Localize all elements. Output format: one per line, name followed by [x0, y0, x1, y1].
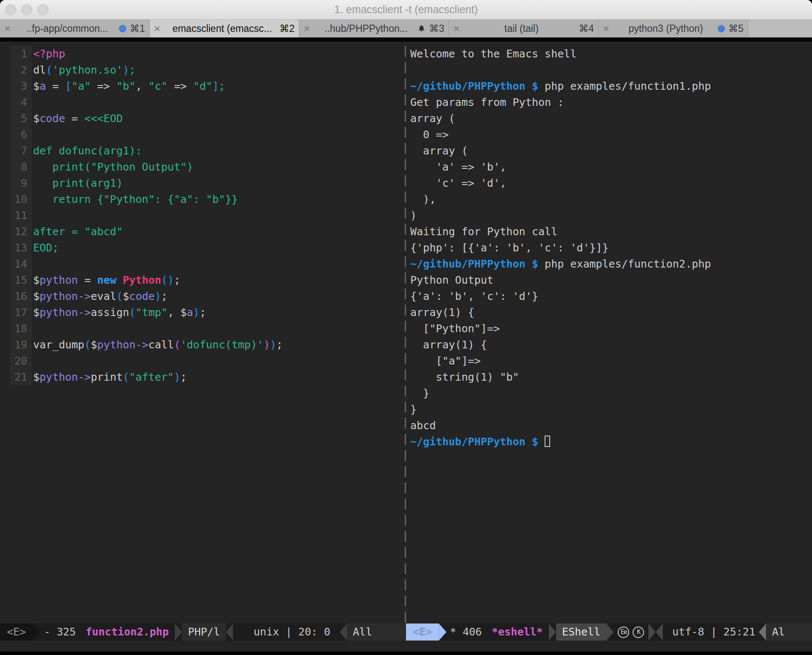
code-token: EOD; — [33, 242, 59, 254]
code-token — [116, 274, 123, 286]
code-token: -> — [78, 306, 91, 319]
powerline-separator — [226, 624, 233, 641]
line-number: 16 — [10, 288, 32, 305]
code-line: 20 — [0, 353, 405, 369]
line-number: 9 — [10, 175, 32, 191]
code-line: 9 print(arg1) — [0, 175, 405, 191]
line-number: 12 — [10, 224, 32, 240]
code-token: "c" — [148, 80, 168, 92]
code-token: ; — [199, 306, 206, 319]
zoom-window-button[interactable] — [37, 4, 48, 15]
code-token: ) — [123, 64, 129, 76]
code-token: python — [40, 306, 78, 319]
code-text — [32, 96, 33, 108]
code-line: 4 — [0, 94, 405, 111]
terminal-tab-1[interactable]: ×..fp-app/common...⌘1 — [0, 20, 150, 37]
editor-buffer-name: function2.php — [85, 624, 169, 641]
code-line: 19var_dump($python->call('dofunc(tmp)'))… — [0, 337, 405, 353]
line-number: 7 — [10, 143, 32, 159]
close-tab-icon[interactable]: × — [304, 20, 316, 37]
code-token: $ — [33, 290, 40, 302]
shell-line: {'php': [{'a': 'b', 'c': 'd'}]} — [410, 240, 812, 256]
tab-bar: ×..fp-app/common...⌘1×emacsclient (emacs… — [0, 20, 812, 37]
code-token: ( — [129, 306, 136, 319]
eshell-pane[interactable]: Welcome to the Emacs shell~/github/PHPPy… — [406, 42, 812, 624]
editor-scroll-indicator: All — [347, 624, 406, 641]
code-token: 'dofunc(tmp)' — [180, 339, 264, 351]
code-text: $code = <<<EOD — [32, 112, 123, 125]
shell-line: 'a' => 'b', — [410, 159, 812, 175]
code-token: ~/github/PHPPython $ — [410, 258, 538, 270]
terminal-tab-3[interactable]: ×..hub/PHPPython...⌘3 — [299, 20, 449, 37]
editor-pane[interactable]: 1<?php2dl('python.so');3$a = ["a" => "b"… — [0, 42, 405, 624]
code-token: string(1) "b" — [410, 371, 519, 383]
traffic-lights — [5, 4, 48, 15]
code-token: $ — [33, 112, 40, 125]
tab-bar-shadow — [0, 37, 812, 42]
code-token: php examples/function2.php — [538, 258, 711, 270]
code-token: 'a' => 'b', — [410, 161, 506, 173]
editor-major-mode: PHP/l — [182, 624, 226, 641]
code-text: var_dump($python->call('dofunc(tmp)')); — [32, 339, 283, 351]
close-tab-icon[interactable]: × — [154, 20, 167, 37]
code-token: Python Output — [410, 274, 494, 286]
code-token: return {"Python": {"a": "b"}} — [33, 193, 238, 205]
tab-bar-filler — [748, 20, 812, 37]
close-tab-icon[interactable]: × — [603, 20, 616, 37]
code-line: 3$a = ["a" => "b", "c" => "d"]; — [0, 78, 405, 94]
line-number: 15 — [10, 272, 32, 288]
code-text: print(arg1) — [32, 177, 123, 189]
code-line: 12after = "abcd" — [0, 224, 405, 240]
tab-indicators: ⌘5 — [718, 23, 744, 34]
code-token: array(1) { — [410, 339, 487, 351]
terminal-tab-2[interactable]: ×emacsclient (emacsc...⌘2 — [150, 20, 299, 37]
line-number: 20 — [10, 353, 32, 369]
code-text: <?php — [32, 48, 65, 60]
code-token: , — [136, 80, 148, 92]
tab-indicators: ⌘1 — [119, 23, 145, 34]
terminal-tab-4[interactable]: ×tail (tail)⌘4 — [449, 20, 599, 37]
code-token: array ( — [410, 145, 468, 157]
code-line: 8 print("Python Output") — [0, 159, 405, 175]
code-token: => — [91, 80, 116, 92]
code-token: python — [97, 339, 136, 351]
line-number: 13 — [10, 240, 32, 256]
shell-line: Welcome to the Emacs shell — [410, 46, 812, 62]
code-token: ; — [180, 371, 187, 383]
shell-line: abcd — [410, 418, 812, 434]
echo-area[interactable] — [0, 641, 812, 652]
close-window-button[interactable] — [5, 4, 16, 15]
code-token: new — [97, 274, 116, 286]
shell-line: } — [410, 402, 812, 418]
shell-line: ), — [410, 191, 812, 208]
code-line: 7def dofunc(arg1): — [0, 143, 405, 159]
eshell-scroll-indicator: Al — [766, 624, 812, 641]
session-activity-dot — [119, 25, 126, 32]
code-token: [ — [65, 80, 71, 92]
code-line: 5$code = <<<EOD — [0, 111, 405, 127]
code-text: dl('python.so'); — [32, 64, 136, 76]
terminal-window: 1. emacsclient -t (emacsclient) ×..fp-ap… — [0, 0, 812, 655]
code-token: Python — [123, 274, 161, 286]
minimize-window-button[interactable] — [21, 4, 32, 15]
code-line: 21$python->print("after"); — [0, 369, 405, 385]
shell-line: array(1) { — [410, 337, 812, 353]
line-number: 3 — [10, 78, 32, 94]
terminal-tab-5[interactable]: ×python3 (Python)⌘5 — [599, 20, 748, 37]
code-token: "tmp" — [136, 306, 168, 319]
circled-k-icon: K — [633, 627, 644, 638]
code-token: "after" — [129, 371, 174, 383]
tab-shortcut: ⌘1 — [130, 23, 145, 34]
session-activity-dot — [718, 25, 725, 32]
tab-label: python3 (Python) — [616, 23, 716, 34]
powerline-arrow — [439, 624, 446, 641]
close-tab-icon[interactable]: × — [453, 20, 466, 37]
line-number: 17 — [10, 305, 32, 321]
close-tab-icon[interactable]: × — [4, 20, 17, 37]
code-token: $ — [33, 306, 40, 319]
eshell-encoding-position: utf-8 | 25:21 — [669, 624, 759, 641]
code-token: python — [40, 290, 78, 302]
shell-line: ~/github/PHPPython $ — [410, 434, 812, 450]
powerline-separator — [759, 624, 766, 641]
line-number: 2 — [10, 62, 32, 78]
